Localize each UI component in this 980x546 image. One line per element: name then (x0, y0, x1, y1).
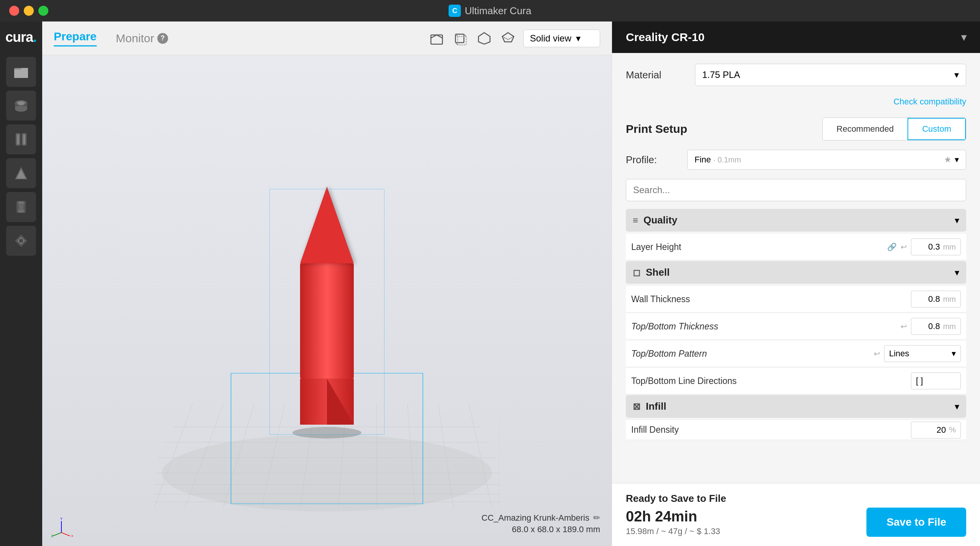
sidebar-item-material2[interactable] (6, 124, 36, 154)
bottom-bar: Ready to Save to File 02h 24min 15.98m /… (612, 483, 980, 546)
setting-topbottom-pattern-dropdown[interactable]: Lines ▾ (884, 345, 961, 362)
view-mode-dropdown[interactable]: Solid view ▾ (523, 30, 600, 47)
maximize-button[interactable] (38, 6, 48, 16)
setting-row-wall-thickness: Wall Thickness 0.8 mm (626, 286, 966, 313)
setting-topbottom-thickness-value[interactable]: 0.8 mm (911, 318, 961, 335)
svg-rect-17 (458, 36, 466, 45)
setting-wall-thickness-value[interactable]: 0.8 mm (911, 291, 961, 308)
material1-icon (13, 98, 29, 113)
top-navigation: Prepare Monitor ? (42, 22, 612, 55)
setting-row-topbottom-thickness: Top/Bottom Thickness ↩ 0.8 mm (626, 313, 966, 340)
tool2-icon (13, 233, 29, 248)
home-3d-icon (429, 31, 444, 46)
tab-prepare[interactable]: Prepare (54, 30, 97, 46)
bottom-3d-icon (501, 31, 515, 46)
search-box[interactable] (626, 179, 966, 201)
edit-icon[interactable]: ✏ (593, 513, 600, 523)
setting-topbottom-directions-label: Top/Bottom Line Directions (631, 376, 911, 386)
view-home-button[interactable] (428, 30, 445, 47)
app-title-text: Ultimaker Cura (465, 5, 531, 17)
shell-chevron-icon: ▾ (955, 267, 959, 278)
sidebar-item-tool2[interactable] (6, 226, 36, 256)
shell-section-header[interactable]: ◻ Shell ▾ (626, 261, 966, 284)
profile-row: Profile: Fine · 0.1mm ★ ▾ (626, 150, 966, 170)
help-icon[interactable]: ? (157, 33, 168, 44)
setting-topbottom-pattern-label: Top/Bottom Pattern (631, 349, 874, 359)
svg-rect-8 (17, 135, 19, 144)
check-compatibility-link[interactable]: Check compatibility (626, 97, 966, 107)
star-icon: ★ (944, 155, 952, 165)
material-row: Material 1.75 PLA ▾ (626, 64, 966, 86)
view-bottom-button[interactable] (500, 30, 516, 47)
3d-model[interactable] (273, 187, 381, 438)
svg-rect-13 (19, 203, 23, 211)
svg-rect-15 (431, 35, 442, 44)
reset-topbottom-icon[interactable]: ↩ (901, 322, 907, 331)
main-layout: cura . (0, 22, 980, 546)
sidebar: cura . (0, 22, 42, 546)
sidebar-item-material1[interactable] (6, 91, 36, 121)
infill-section-header[interactable]: ⊠ Infill ▾ (626, 395, 966, 418)
cura-logo-icon: C (449, 5, 461, 17)
material-dropdown[interactable]: 1.75 PLA ▾ (695, 64, 966, 86)
infill-chevron-icon: ▾ (955, 401, 959, 412)
setting-topbottom-directions-value[interactable]: [ ] (911, 372, 961, 389)
setting-row-topbottom-pattern: Top/Bottom Pattern ↩ Lines ▾ (626, 341, 966, 367)
ready-label: Ready to Save to File (626, 493, 966, 505)
shell-section-icon: ◻ (633, 267, 640, 278)
reset-icon[interactable]: ↩ (901, 242, 907, 251)
svg-rect-1 (14, 69, 28, 78)
logo: cura . (2, 29, 41, 45)
profile-label: Profile: (626, 154, 680, 166)
printer-header[interactable]: Creality CR-10 ▾ (612, 22, 980, 53)
svg-point-4 (15, 106, 27, 112)
link-icon[interactable]: 🔗 (887, 242, 897, 251)
sidebar-item-tool1[interactable] (6, 192, 36, 222)
setup-toggle: Recommended Custom (822, 117, 966, 141)
titlebar: C Ultimaker Cura (0, 0, 980, 22)
top-3d-icon (477, 31, 492, 46)
svg-point-5 (17, 101, 25, 105)
toggle-recommended[interactable]: Recommended (823, 118, 907, 140)
logo-dot: . (33, 29, 37, 45)
viewport-info: CC_Amazing Krunk-Amberis ✏ 68.0 x 68.0 x… (482, 513, 600, 534)
sidebar-item-folder[interactable] (6, 57, 36, 87)
rocket-shadow (292, 427, 361, 438)
print-time: 02h 24min (626, 508, 720, 525)
print-setup-header: Print Setup Recommended Custom (626, 117, 966, 141)
window-controls (9, 6, 48, 16)
sidebar-item-material3[interactable] (6, 158, 36, 188)
svg-line-44 (61, 533, 70, 536)
panel-content: Material 1.75 PLA ▾ Check compatibility … (612, 53, 980, 483)
setting-layer-height-value[interactable]: 0.3 mm (911, 238, 961, 255)
svg-point-14 (19, 239, 23, 243)
profile-dropdown[interactable]: Fine · 0.1mm ★ ▾ (687, 150, 966, 170)
printer-name: Creality CR-10 (626, 31, 704, 44)
print-setup-title: Print Setup (626, 122, 687, 136)
tool1-icon (13, 199, 29, 215)
setting-row-layer-height: Layer Height 🔗 ↩ 0.3 mm (626, 234, 966, 260)
material-label: Material (626, 69, 687, 81)
view-front-button[interactable] (452, 30, 469, 47)
quality-section-header[interactable]: ≡ Quality ▾ (626, 209, 966, 232)
svg-text:X: X (71, 534, 73, 538)
tab-monitor[interactable]: Monitor ? (116, 32, 168, 45)
logo-text: cura (5, 29, 33, 45)
svg-line-45 (53, 533, 62, 536)
setting-infill-density-label: Infill Density (631, 425, 911, 435)
quality-section-label: Quality (643, 214, 677, 226)
setting-infill-density-value[interactable]: 20 % (911, 422, 961, 438)
svg-text:Y: Y (60, 517, 63, 521)
search-input[interactable] (633, 185, 959, 195)
close-button[interactable] (9, 6, 19, 16)
view-top-button[interactable] (476, 30, 493, 47)
3d-viewport[interactable]: CC_Amazing Krunk-Amberis ✏ 68.0 x 68.0 x… (42, 55, 612, 546)
save-to-file-button[interactable]: Save to File (866, 508, 966, 537)
minimize-button[interactable] (24, 6, 34, 16)
right-panel: Creality CR-10 ▾ Material 1.75 PLA ▾ Che… (612, 22, 980, 546)
infill-section-label: Infill (646, 400, 666, 412)
reset-pattern-icon[interactable]: ↩ (874, 349, 880, 358)
model-name-text: CC_Amazing Krunk-Amberis (482, 513, 589, 523)
material-value: 1.75 PLA (702, 69, 740, 80)
toggle-custom[interactable]: Custom (907, 118, 966, 140)
